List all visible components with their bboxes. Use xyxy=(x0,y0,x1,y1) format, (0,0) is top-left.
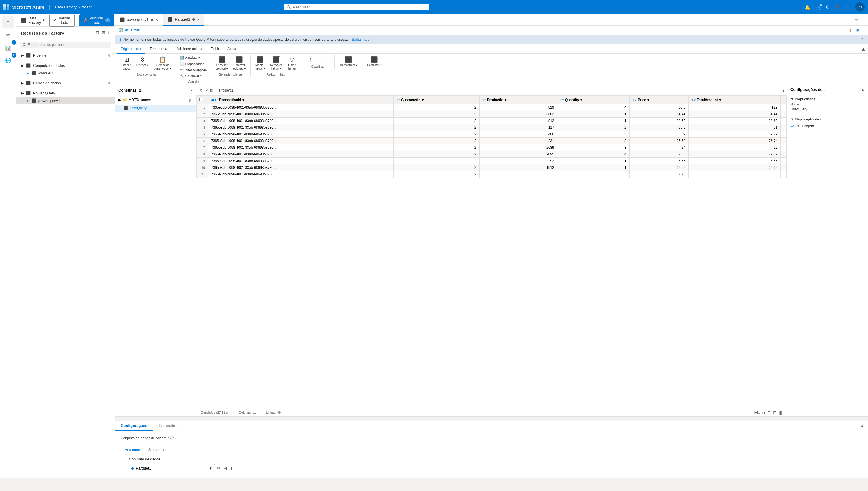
tab-more-icon[interactable]: ··· xyxy=(861,18,865,22)
remover-colunas-label: Removercolunas ▾ xyxy=(233,64,245,70)
ribbon-tab-transform[interactable]: Transformar xyxy=(146,45,172,54)
ribbon-btn-remover-linhas[interactable]: ⬛✕ Removerlinhas ▾ xyxy=(268,55,284,72)
resource-group-dataflow-header[interactable]: ▶ ⬛ Fluxos de dados 0 xyxy=(16,79,115,87)
ribbon-btn-atualizar[interactable]: 🔄 Atualizar ▾ xyxy=(178,55,202,60)
totalamount-filter-icon[interactable]: ▾ xyxy=(719,98,721,102)
search-input[interactable] xyxy=(293,5,426,9)
col-header-transactionid[interactable]: ABC TransactionId ▾ xyxy=(208,96,394,104)
ribbon-btn-escolher-colunas[interactable]: ⬛ Escolhercolunas ▾ xyxy=(213,55,230,72)
tab-powerquery1[interactable]: ⬛ powerquery1 × xyxy=(115,14,163,26)
ribbon-collapse[interactable]: ▲ xyxy=(861,47,866,52)
bottom-collapse-icon: ▲ xyxy=(860,423,865,429)
ribbon-tab-help[interactable]: Ajuda xyxy=(224,45,240,54)
pq-grid-icon[interactable]: ⊞ xyxy=(856,28,859,32)
refresh-button[interactable]: 🔄 Atualizar xyxy=(119,28,140,32)
resources-search-input[interactable] xyxy=(28,43,108,47)
formula-check-icon[interactable]: ✓ xyxy=(205,87,209,93)
user-icon[interactable]: 👤 xyxy=(845,4,850,10)
add-resource-icon[interactable]: + xyxy=(107,30,110,35)
status-table-icon[interactable]: ⊟ xyxy=(773,410,777,415)
ribbon-btn-editor[interactable]: ✏ Editor avançado xyxy=(178,67,209,73)
status-step-icon[interactable]: Etapa xyxy=(754,410,765,415)
edit-pencil-icon[interactable]: ✏ xyxy=(217,465,221,471)
add-dataset-button[interactable]: + Adicionar xyxy=(121,448,141,452)
alerts-icon[interactable]: 🔔 8 xyxy=(805,4,810,10)
tab-parquet-close[interactable]: × xyxy=(197,18,199,22)
validate-button[interactable]: ✓ Validar tudo xyxy=(49,14,74,27)
nav-monitor[interactable]: 📊 2 xyxy=(2,42,14,54)
ribbon-btn-inserir-dados[interactable]: ⊞ Inserirdados xyxy=(120,55,133,72)
productid-filter-icon[interactable]: ▾ xyxy=(504,98,506,102)
bottom-resize-handle[interactable]: — xyxy=(115,416,868,421)
ribbon-btn-remover-colunas[interactable]: ⬛ Removercolunas ▾ xyxy=(231,55,248,72)
help-icon[interactable]: ❓ xyxy=(834,4,840,10)
price-filter-icon[interactable]: ▾ xyxy=(647,98,649,102)
bottom-tab-configuracoes[interactable]: Configurações xyxy=(115,421,153,431)
ribbon-tab-addcol[interactable]: Adicionar coluna xyxy=(173,45,206,54)
nav-manage[interactable]: 🌐 2 xyxy=(2,55,14,66)
status-col-icon[interactable]: ||| xyxy=(779,410,782,415)
ribbon-btn-gerenciar[interactable]: 🔧 Gerenciar ▾ xyxy=(178,73,204,79)
collapse-icon[interactable]: ⊟ xyxy=(96,30,99,35)
query-item-userquery[interactable]: ⬛ UserQuery xyxy=(115,105,196,112)
avatar[interactable]: CT xyxy=(855,2,865,11)
resource-group-powerquery-header[interactable]: ▶ ⬛ Power Query 1 xyxy=(16,89,115,97)
ribbon-btn-propriedades[interactable]: 📊 Propriedades xyxy=(178,61,206,66)
col-header-totalamount[interactable]: 1.2 TotalAmount ▾ xyxy=(689,96,781,104)
ribbon-btn-gerenciar-params[interactable]: 📋 Gerenciarparâmetros ▾ xyxy=(152,55,173,72)
nav-home[interactable]: ⌂ xyxy=(2,16,14,28)
edit-delete-icon[interactable]: 🗑 xyxy=(229,465,234,471)
info-close-button[interactable]: ✕ xyxy=(861,37,863,41)
tab-parquet1[interactable]: ⬛ Parquet1 × xyxy=(163,14,205,26)
col-header-price[interactable]: 1.2 Price ▾ xyxy=(629,96,688,104)
steps-section-title[interactable]: ▼ Etapas aplicadas xyxy=(790,117,865,121)
col-header-quantity[interactable]: 1²³ Quantity ▾ xyxy=(557,96,629,104)
properties-section-title[interactable]: ▼ Propriedades xyxy=(790,97,865,101)
learn-more-link[interactable]: Saiba mais xyxy=(352,37,369,41)
expand-icon[interactable]: ⊠ xyxy=(102,30,105,35)
ribbon-btn-filtrar-linhas[interactable]: ▽ Filtrarlinhas xyxy=(285,55,299,72)
people-icon[interactable]: 👥 6 xyxy=(815,4,821,10)
tab-edit-icon[interactable]: ✏ xyxy=(855,18,859,22)
quantity-filter-icon[interactable]: ▾ xyxy=(580,98,582,102)
pq-more-icon[interactable]: ··· xyxy=(861,28,865,32)
delete-dataset-button[interactable]: 🗑 Excluir xyxy=(148,448,164,452)
queries-collapse-btn[interactable]: ‹ xyxy=(191,87,192,93)
col-header-productid[interactable]: 1²³ ProductId ▾ xyxy=(479,96,557,104)
pq-code-icon[interactable]: { } xyxy=(850,28,854,32)
formula-expand-icon[interactable]: ▾ xyxy=(782,88,784,93)
ribbon-tab-view[interactable]: Exibir xyxy=(207,45,223,54)
settings-icon[interactable]: ⚙ xyxy=(826,4,830,10)
select-all-checkbox[interactable] xyxy=(199,97,203,102)
nav-author[interactable]: ✏ xyxy=(2,29,14,41)
right-panel-collapse-icon[interactable]: ▲ xyxy=(861,87,865,92)
resource-item-parquet1[interactable]: ● ⬛ Parquet1 xyxy=(16,69,115,77)
status-grid-icon[interactable]: ⊞ xyxy=(767,410,771,415)
formula-x-icon[interactable]: ✕ xyxy=(198,87,203,93)
edit-copy-icon[interactable]: ⊞ xyxy=(223,465,227,471)
ribbon-btn-sort-desc[interactable]: ↓ xyxy=(318,55,332,64)
ribbon-btn-combinar[interactable]: ⬛ Combinar ▾ xyxy=(365,55,384,68)
dataset-select-dropdown[interactable]: ◆ Parquet1 ▾ xyxy=(128,464,215,472)
dataset-row-checkbox[interactable] xyxy=(121,466,125,470)
ribbon-tab-home[interactable]: Página Inicial xyxy=(117,45,145,54)
resource-group-dataset-header[interactable]: ▶ ⬛ Conjunto de dados 1 xyxy=(16,62,115,69)
transactionid-filter-icon[interactable]: ▾ xyxy=(242,98,244,102)
publish-button[interactable]: 🚀 Publicar tudo 4 xyxy=(79,14,114,26)
bottom-tab-parametros[interactable]: Parâmetros xyxy=(153,421,184,431)
resource-item-powerquery1[interactable]: ● ⬛ powerquery1 xyxy=(16,97,115,104)
ribbon-btn-opcoes[interactable]: ⚙ Opções ▾ xyxy=(134,55,151,68)
ribbon-btn-manter-linhas[interactable]: ⬛ Manterlinhas ▾ xyxy=(253,55,267,72)
query-group-adfresource-row[interactable]: ▶ 📁 ADFResource [1] xyxy=(115,96,196,104)
col-header-customerid[interactable]: 1²³ CustomerId ▾ xyxy=(393,96,479,104)
step-origem[interactable]: ⮐ ⚙ Origem xyxy=(790,123,865,129)
cell-productid: 92 xyxy=(479,158,557,165)
ribbon-btn-transformar[interactable]: ⬛ Transformar ▾ xyxy=(337,55,360,68)
ribbon-btn-sort-asc[interactable]: ↑ xyxy=(304,55,318,64)
app-dropdown-icon[interactable]: ▾ xyxy=(43,18,45,22)
bottom-panel-collapse[interactable]: ▲ xyxy=(857,421,868,431)
customerid-filter-icon[interactable]: ▾ xyxy=(422,98,424,102)
resource-group-pipeline-header[interactable]: ▶ ⬛ Pipeline 0 xyxy=(16,51,115,59)
formula-input[interactable] xyxy=(216,88,780,92)
tab-pq-close[interactable]: × xyxy=(156,18,158,22)
